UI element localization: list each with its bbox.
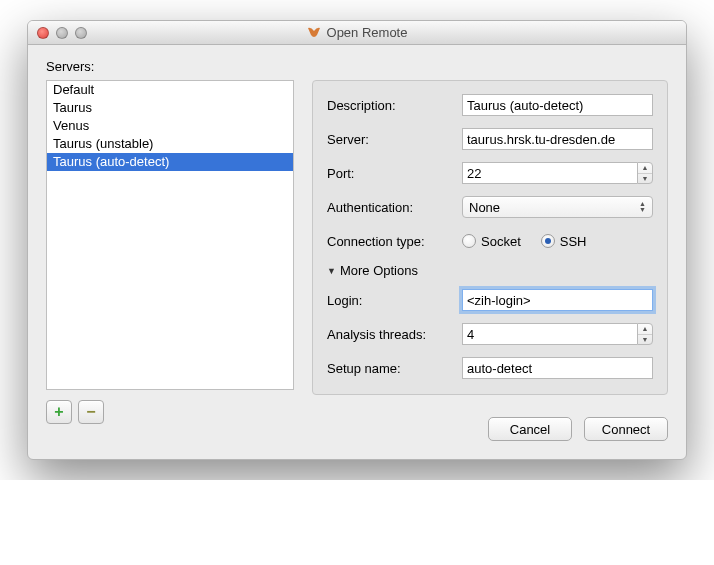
login-label: Login: [327,293,462,308]
more-options-label: More Options [340,263,418,278]
servers-panel: Default Taurus Venus Taurus (unstable) T… [46,80,294,441]
servers-listbox[interactable]: Default Taurus Venus Taurus (unstable) T… [46,80,294,390]
servers-list-item[interactable]: Default [47,81,293,99]
titlebar: Open Remote [28,21,686,45]
port-field[interactable] [462,162,637,184]
window-title: Open Remote [28,25,686,40]
authentication-value: None [469,200,500,215]
login-field[interactable] [462,289,653,311]
cancel-button[interactable]: Cancel [488,417,572,441]
select-arrows-icon: ▲▼ [639,201,646,212]
servers-list-item[interactable]: Venus [47,117,293,135]
setup-name-label: Setup name: [327,361,462,376]
radio-dot-icon [462,234,476,248]
threads-stepper-buttons[interactable]: ▲▼ [637,323,653,345]
form-panel: Description: Server: Port: ▲▼ [312,80,668,441]
servers-list-item[interactable]: Taurus [47,99,293,117]
port-stepper-buttons[interactable]: ▲▼ [637,162,653,184]
window-title-text: Open Remote [327,25,408,40]
open-remote-window: Open Remote Servers: Default Taurus Venu… [27,20,687,460]
columns: Default Taurus Venus Taurus (unstable) T… [46,80,668,441]
dialog-footer: Cancel Connect [312,417,668,441]
dialog-content: Servers: Default Taurus Venus Taurus (un… [28,45,686,459]
connection-type-label: Connection type: [327,234,462,249]
server-label: Server: [327,132,462,147]
radio-label: SSH [560,234,587,249]
radio-label: Socket [481,234,521,249]
authentication-select[interactable]: None ▲▼ [462,196,653,218]
port-label: Port: [327,166,462,181]
servers-label: Servers: [46,59,668,74]
analysis-threads-field[interactable] [462,323,637,345]
list-buttons: + − [46,400,294,424]
connection-type-socket-radio[interactable]: Socket [462,234,521,249]
analysis-threads-stepper[interactable]: ▲▼ [462,323,653,345]
more-options-toggle[interactable]: ▼ More Options [327,263,653,278]
server-details-group: Description: Server: Port: ▲▼ [312,80,668,395]
connect-button[interactable]: Connect [584,417,668,441]
servers-list-item[interactable]: Taurus (unstable) [47,135,293,153]
add-server-button[interactable]: + [46,400,72,424]
connection-type-ssh-radio[interactable]: SSH [541,234,587,249]
description-field[interactable] [462,94,653,116]
radio-dot-icon [541,234,555,248]
vampir-logo-icon [307,27,321,39]
servers-list-item[interactable]: Taurus (auto-detect) [47,153,293,171]
setup-name-field[interactable] [462,357,653,379]
description-label: Description: [327,98,462,113]
analysis-threads-label: Analysis threads: [327,327,462,342]
authentication-label: Authentication: [327,200,462,215]
connection-type-group: Socket SSH [462,234,653,249]
port-stepper[interactable]: ▲▼ [462,162,653,184]
remove-server-button[interactable]: − [78,400,104,424]
disclosure-triangle-icon: ▼ [327,266,336,276]
server-field[interactable] [462,128,653,150]
